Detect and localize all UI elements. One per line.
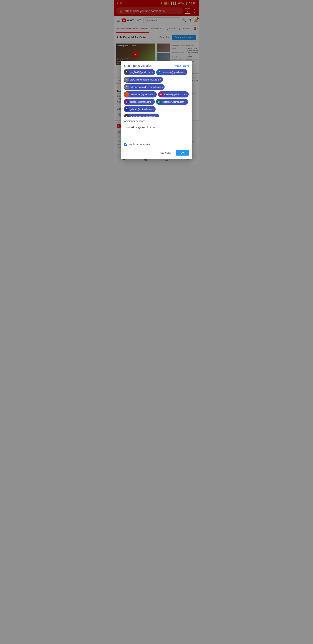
email-chip-heliot: H heliot.ah7@gmail.com × xyxy=(156,99,188,105)
remove-nelson[interactable]: × xyxy=(162,86,163,88)
avatar-heliot: H xyxy=(157,100,162,104)
avatar-beto: B xyxy=(157,70,162,75)
email-chip-guistaut: G guistaut@hotmail.com × xyxy=(124,106,156,112)
email-beto: betovasc@gmail.com xyxy=(163,71,183,74)
add-people-label: Adicionar pessoas xyxy=(124,120,189,123)
add-people-input[interactable]: marofrey@gmail.com xyxy=(124,124,189,139)
remove-guistaut[interactable]: × xyxy=(152,108,154,110)
avatar-sostenec: S xyxy=(124,100,129,104)
notify-row: Notificar por e-mail xyxy=(121,140,192,148)
email-nelson: nelsonjosemandelli@gmail.com xyxy=(130,86,161,88)
email-heliot: heliot.ah7@gmail.com xyxy=(162,101,184,103)
email-chip-jal: J jalsobrinho@gmail.com × xyxy=(124,92,157,98)
share-modal: Quem pode visualizar Remover todos T tjm… xyxy=(121,61,192,159)
avatar-jal: J xyxy=(124,92,129,97)
avatar-guistaut: G xyxy=(124,107,129,112)
remove-jal[interactable]: × xyxy=(153,93,155,96)
modal-overlay[interactable]: Quem pode visualizar Remover todos T tjm… xyxy=(114,0,199,164)
remove-tjmg[interactable]: × xyxy=(152,71,153,74)
modal-title: Quem pode visualizar xyxy=(124,64,153,68)
modal-header: Quem pode visualizar Remover todos xyxy=(121,61,192,69)
email-chip-beto: B betovasc@gmail.com × xyxy=(156,69,187,75)
email-chips-container: T tjmg2008@gmail.com × B betovasc@gmail.… xyxy=(121,69,192,117)
remove-heliot[interactable]: × xyxy=(185,100,186,103)
notify-label: Notificar por e-mail xyxy=(128,143,150,146)
avatar-nelson: N xyxy=(124,85,129,90)
email-sostenec: sostenec@gmail.com xyxy=(130,101,151,103)
email-chip-tjmg: T tjmg2008@gmail.com × xyxy=(124,69,155,75)
remove-fpauletti[interactable]: × xyxy=(186,93,187,96)
avatar-fpauletti: F xyxy=(159,92,163,97)
email-alexsis: alexsisalgomes@hotmail.com xyxy=(130,78,159,81)
email-tjmg: tjmg2008@gmail.com xyxy=(130,71,151,74)
notify-checkbox[interactable] xyxy=(124,143,127,146)
remove-all-button[interactable]: Remover todos xyxy=(173,64,189,67)
remove-sostenec[interactable]: × xyxy=(152,100,153,103)
remove-alexsis[interactable]: × xyxy=(160,78,161,81)
email-brunomacario: brunomacario@gmail.com xyxy=(130,116,155,117)
remove-brunomacario[interactable]: × xyxy=(156,115,158,117)
email-chip-brunomacario: B brunomacario@gmail.com × xyxy=(124,114,159,117)
modal-ok-button[interactable]: OK xyxy=(176,150,189,156)
email-chip-nelson: N nelsonjosemandelli@gmail.com × xyxy=(124,84,165,90)
avatar-tjmg: T xyxy=(124,70,129,75)
email-chip-sostenec: S sostenec@gmail.com × xyxy=(124,99,155,105)
avatar-alexsis: A xyxy=(124,77,129,82)
remove-beto[interactable]: × xyxy=(184,71,186,74)
email-fpauletti: fpauletti@yahoo.com xyxy=(164,93,185,96)
modal-actions: Cancelar OK xyxy=(121,148,192,159)
email-chip-fpauletti: F fpauletti@yahoo.com × xyxy=(158,92,189,98)
modal-cancel-button[interactable]: Cancelar xyxy=(157,150,174,156)
email-guistaut: guistaut@hotmail.com xyxy=(130,108,151,110)
email-jal: jalsobrinho@gmail.com xyxy=(130,93,153,96)
avatar-brunomacario: B xyxy=(124,114,129,117)
email-chip-alexsis: A alexsisalgomes@hotmail.com × xyxy=(124,76,163,83)
add-people-section: Adicionar pessoas marofrey@gmail.com xyxy=(121,117,192,140)
